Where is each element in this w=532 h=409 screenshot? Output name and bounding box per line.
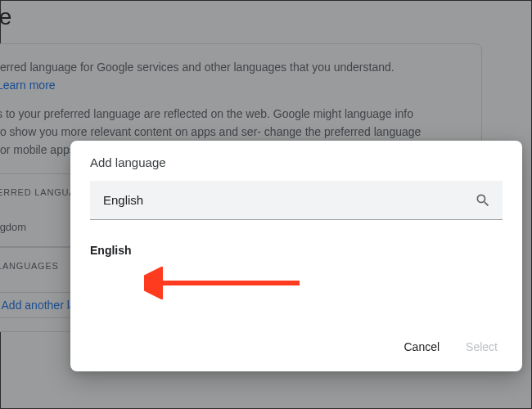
- cancel-button[interactable]: Cancel: [394, 334, 449, 360]
- search-result-english: English: [90, 244, 132, 257]
- language-search-input[interactable]: [103, 193, 463, 207]
- search-icon: [475, 192, 491, 209]
- select-button: Select: [456, 334, 507, 360]
- dialog-title: Add language: [70, 141, 522, 181]
- add-language-dialog: Add language English Cancel Select: [70, 141, 522, 371]
- search-result-row[interactable]: English: [70, 220, 522, 258]
- dialog-actions: Cancel Select: [394, 334, 507, 360]
- language-search-field[interactable]: [90, 181, 503, 220]
